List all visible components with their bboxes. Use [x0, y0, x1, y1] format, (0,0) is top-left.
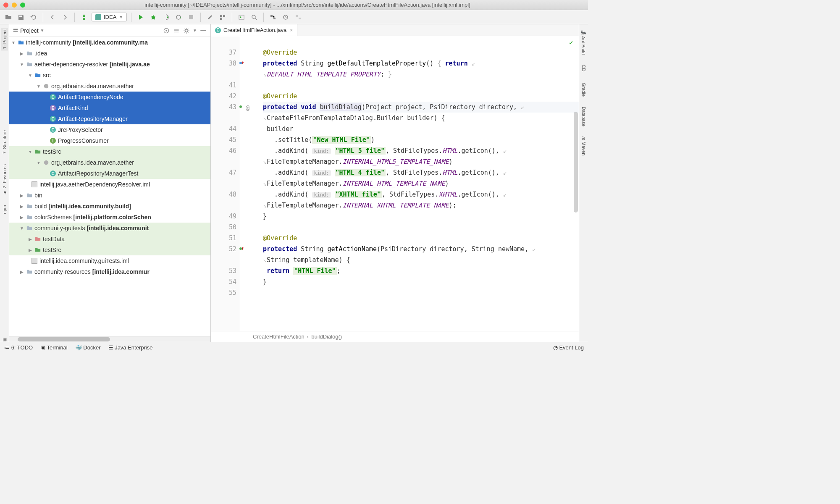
tab-favorites[interactable]: ★ 2: Favorites [1, 163, 8, 197]
tree-class-test[interactable]: CArtifactRepositoryManagerTest [9, 168, 210, 179]
settings-icon[interactable] [205, 12, 215, 22]
vcs-push-icon[interactable] [293, 12, 303, 22]
tab-label: CreateHtmlFileAction.java [223, 27, 286, 33]
svg-point-19 [44, 84, 49, 89]
search-icon[interactable] [249, 12, 259, 22]
close-tab-icon[interactable]: × [290, 27, 293, 33]
collapse-all-icon[interactable] [173, 27, 180, 34]
editor-tab[interactable]: C CreateHtmlFileAction.java × [211, 24, 297, 36]
svg-rect-3 [189, 15, 193, 19]
left-tool-gutter: 1: Project 7: Structure ★ 2: Favorites n… [0, 24, 9, 342]
svg-rect-12 [296, 15, 298, 17]
window-controls [3, 3, 25, 8]
svg-rect-14 [13, 29, 18, 30]
vcs-update-icon[interactable] [268, 12, 278, 22]
project-structure-icon[interactable] [218, 12, 228, 22]
svg-point-17 [165, 30, 167, 31]
coverage-icon[interactable] [161, 12, 171, 22]
tab-npm[interactable]: npm [1, 203, 8, 215]
tree-file-iml2[interactable]: intellij.idea.community.guiTests.iml [9, 255, 210, 266]
tree-class-artifactkind[interactable]: EArtifactKind [9, 102, 210, 113]
run-config-label: IDEA [104, 14, 116, 20]
back-icon[interactable] [47, 12, 58, 22]
debug-icon[interactable] [148, 12, 158, 22]
source[interactable]: @Overrideprotected String getDefaultTemp… [250, 36, 579, 331]
svg-rect-0 [95, 14, 101, 20]
run-icon[interactable] [136, 12, 146, 22]
tree-folder-idea[interactable]: ▶.idea [9, 48, 210, 59]
svg-point-8 [252, 15, 255, 18]
svg-rect-15 [13, 31, 18, 32]
svg-rect-5 [223, 15, 225, 17]
tree-package[interactable]: ▼org.jetbrains.idea.maven.aether [9, 81, 210, 92]
tree-class-jreproxyselector[interactable]: CJreProxySelector [9, 124, 210, 135]
save-icon[interactable] [16, 12, 26, 22]
tree-root[interactable]: ▼intellij-community [intellij.idea.commu… [9, 37, 210, 48]
bottom-toolbar: ≔ 6: TODO ▣ Terminal 🐳 Docker ☰ Java Ent… [0, 342, 588, 353]
tree-folder-bin[interactable]: ▶bin [9, 190, 210, 201]
project-view-select[interactable]: Project ▼ [13, 27, 44, 34]
tree-folder-testsrc[interactable]: ▼testSrc [9, 146, 210, 157]
scroll-from-source-icon[interactable] [163, 27, 170, 34]
zoom-window-icon[interactable] [20, 3, 25, 8]
run-anything-icon[interactable] [236, 12, 247, 22]
svg-rect-9 [270, 15, 273, 17]
build-icon[interactable] [79, 12, 89, 22]
editor-vscrollbar[interactable] [574, 36, 578, 331]
svg-point-18 [185, 29, 188, 32]
tree-folder-testdata[interactable]: ▶testData [9, 234, 210, 244]
right-tool-gutter: 🐜 Ant Build CDI Gradle Database m Maven [579, 24, 588, 342]
tree-class-progressconsumer[interactable]: IProgressConsumer [9, 135, 210, 146]
breadcrumb[interactable]: CreateHtmlFileAction›buildDialog() [211, 331, 579, 342]
tree-folder-testsrc2[interactable]: ▶testSrc [9, 244, 210, 255]
tab-terminal[interactable]: ▣ Terminal [40, 344, 68, 351]
tree-module-guitests[interactable]: ▼community-guitests [intellij.idea.commu… [9, 223, 210, 234]
run-config-select[interactable]: IDEA ▼ [92, 13, 127, 21]
gear-icon[interactable] [183, 27, 190, 34]
tab-todo[interactable]: ≔ 6: TODO [4, 344, 33, 351]
tree-package-test[interactable]: ▼org.jetbrains.idea.maven.aether [9, 157, 210, 168]
tree-module-aether[interactable]: ▼aether-dependency-resolver [intellij.ja… [9, 59, 210, 70]
tree-module-colorschemes[interactable]: ▶colorSchemes [intellij.platform.colorSc… [9, 212, 210, 223]
editor-area: C CreateHtmlFileAction.java × ✔ 37384142… [211, 24, 579, 342]
svg-point-21 [239, 62, 242, 64]
tree-file-iml1[interactable]: intellij.java.aetherDependencyResolver.i… [9, 179, 210, 190]
svg-rect-13 [299, 18, 301, 19]
tab-project[interactable]: 1: Project [1, 28, 8, 50]
window-title: intellij-community [~/IDEAProjects/intel… [30, 2, 585, 8]
tab-database[interactable]: Database [580, 105, 587, 128]
tree-class-artifactrepositorymanager[interactable]: CArtifactRepositoryManager [9, 113, 210, 124]
close-window-icon[interactable] [3, 3, 8, 8]
event-log[interactable]: ◔ Event Log [553, 344, 584, 351]
hide-panel-icon[interactable] [200, 27, 207, 34]
stop-icon[interactable] [186, 12, 196, 22]
tab-docker[interactable]: 🐳 Docker [75, 344, 101, 351]
tab-cdi[interactable]: CDI [580, 63, 587, 74]
editor-tabbar: C CreateHtmlFileAction.java × [211, 24, 579, 36]
profile-icon[interactable] [173, 12, 184, 22]
vcs-commit-icon[interactable] [281, 12, 291, 22]
tree-folder-src[interactable]: ▼src [9, 70, 210, 81]
code-editor[interactable]: ✔ 3738414243@444546474849505152535455 @O… [211, 36, 579, 331]
project-tree[interactable]: ▼intellij-community [intellij.idea.commu… [9, 37, 210, 336]
refresh-icon[interactable] [29, 12, 39, 22]
minimize-window-icon[interactable] [12, 3, 17, 8]
svg-point-23 [239, 247, 242, 250]
gutter[interactable]: 3738414243@444546474849505152535455 [211, 36, 240, 331]
tree-module-build[interactable]: ▶build [intellij.idea.community.build] [9, 201, 210, 212]
project-panel: Project ▼ ▼ ▼intellij-community [intelli… [9, 24, 211, 342]
tab-maven[interactable]: m Maven [580, 135, 587, 157]
open-icon[interactable] [3, 12, 13, 22]
svg-rect-6 [220, 18, 222, 20]
project-hscrollbar[interactable] [9, 336, 210, 342]
project-panel-title: Project [20, 27, 39, 34]
tree-class-artifactdependencynode[interactable]: CArtifactDependencyNode [9, 92, 210, 102]
collapse-icon[interactable]: ▣ [3, 336, 7, 342]
tree-module-resources[interactable]: ▶community-resources [intellij.idea.comm… [9, 266, 210, 277]
tab-java-enterprise[interactable]: ☰ Java Enterprise [108, 344, 153, 351]
tab-ant[interactable]: 🐜 Ant Build [580, 28, 587, 56]
tab-structure[interactable]: 7: Structure [1, 129, 8, 156]
forward-icon[interactable] [60, 12, 70, 22]
titlebar: intellij-community [~/IDEAProjects/intel… [0, 0, 588, 10]
tab-gradle[interactable]: Gradle [580, 81, 587, 98]
